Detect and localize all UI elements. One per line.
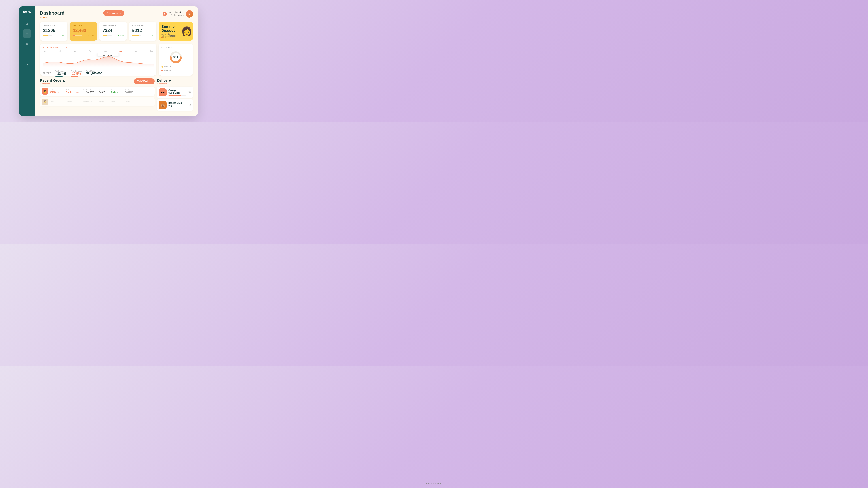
page-title: Dashboard (40, 10, 65, 16)
order-tracking: Tracking GO4AU7 (125, 89, 153, 93)
orders-title: Recent Orders (40, 78, 65, 83)
order-purchase: Purchase On 11 Jun 2019 (83, 89, 98, 93)
stat-bar (73, 35, 82, 36)
email-legend: 75% Sent 50% Read (161, 66, 171, 71)
sidebar-item-mail[interactable]: ✉ (23, 39, 31, 48)
email-card-title: EMAIL SENT (161, 46, 173, 48)
search-icon[interactable] (169, 12, 172, 16)
user-info: Shantelle DeSagana S (174, 10, 193, 18)
order-avatar: 👩 (42, 98, 48, 105)
header: Dashboard Statistics This Week ▾ 3 (40, 10, 193, 19)
header-left: Dashboard Statistics (40, 10, 65, 19)
bottom-row: Recent Orders In progress This Week ▾ 👨 … (40, 78, 193, 112)
app-container: Store. ⌂ ⊞ ✉ (19, 6, 198, 116)
order-invoice: Invoice (50, 101, 64, 103)
order-amount: Amount (99, 101, 109, 102)
header-center: This Week ▾ (103, 10, 124, 16)
delivery-bar-fill (168, 95, 181, 96)
delivery-img: 👜 (159, 101, 166, 109)
report-section: REPORT Total Income +33.4% Total Expense… (43, 68, 154, 77)
avatar[interactable]: S (186, 10, 193, 18)
main-content: Dashboard Statistics This Week ▾ 3 (35, 6, 198, 116)
chart-tooltip-value: $9,682,120 (103, 55, 113, 56)
stat-card-total-sales: TOTAL SALES $120k ▲ 49% (40, 22, 67, 41)
report-expenses: Total Expenses -12.5% (71, 70, 82, 77)
stat-bar-fill (132, 35, 139, 36)
sidebar-item-analytics[interactable] (23, 60, 31, 68)
chart-card: TOTAL REVENUE : YEAR ▾ Apr Feb Mar Apr M… (40, 44, 156, 75)
order-purchase: Purchase On (83, 101, 98, 102)
stat-value: 5212 (132, 28, 153, 33)
chevron-down-icon: ▾ (120, 12, 121, 14)
page-subtitle: Statistics (40, 16, 65, 19)
report-alltime-value: $11,700,000 (86, 72, 102, 75)
stat-change: ▲ 72% (147, 35, 153, 36)
order-status: Status Recived (111, 89, 123, 93)
orders-this-week-button[interactable]: This Week ▾ (134, 78, 155, 84)
sidebar-item-home[interactable]: ⌂ (23, 19, 31, 28)
stat-change: ▲ 49% (58, 35, 64, 36)
sidebar-item-cart[interactable] (23, 50, 31, 58)
report-expenses-value: -12.5% (71, 72, 82, 76)
promo-dot[interactable] (165, 37, 166, 38)
svg-rect-3 (27, 63, 27, 65)
stat-footer: ▲ 49% (43, 35, 64, 36)
report-income-value: +33.4% (55, 72, 66, 76)
chevron-down-icon: ▾ (151, 80, 151, 82)
delivery-subtitle: In progress (157, 83, 171, 85)
stat-card-visitors: VISITORS 12,460 ▲ 21% (70, 22, 97, 41)
delivery-pct: 75% (188, 91, 191, 93)
report-label: REPORT (43, 72, 51, 74)
orders-subtitle: In progress (40, 83, 65, 85)
order-invoice: Invoice #0102019 (50, 89, 64, 93)
report-income-label: Total Income (55, 70, 66, 72)
sidebar-logo: Store. (23, 10, 31, 13)
sidebar-item-dashboard[interactable]: ⊞ (23, 29, 31, 38)
this-week-button[interactable]: This Week ▾ (103, 10, 124, 16)
chart-area-fill (43, 56, 154, 67)
middle-row: TOTAL REVENUE : YEAR ▾ Apr Feb Mar Apr M… (40, 44, 193, 75)
chart-area: Jun 2019 $9,682,120 (43, 53, 154, 67)
sidebar: Store. ⌂ ⊞ ✉ (19, 6, 35, 116)
stat-label: NEW ORDERS (102, 25, 124, 27)
user-name: Shantelle DeSagana (174, 11, 184, 17)
orders-section: Recent Orders In progress This Week ▾ 👨 … (40, 78, 155, 112)
table-row: 👨 Invoice #0102019 Customer Bernice Haye… (40, 87, 155, 96)
stat-change: ▲ 21% (88, 35, 94, 36)
order-customer: Customer Bernice Hayes (66, 89, 82, 93)
order-amount: Amount $4325 (99, 89, 109, 93)
stat-bar-fill (102, 35, 107, 36)
stat-bar (102, 35, 112, 36)
legend-label-read: 50% Read (164, 70, 171, 71)
stat-value: $120k (43, 28, 64, 33)
delivery-bar-fill (168, 107, 176, 108)
delivery-name: Beaded Grab Bag (168, 102, 186, 107)
promo-card: SummerDiscout Get 30% for all with code:… (159, 22, 193, 41)
chart-title: TOTAL REVENUE : (43, 46, 60, 48)
stats-row: TOTAL SALES $120k ▲ 49% VISITORS 12,460 (40, 22, 193, 41)
legend-dot-sent (161, 66, 163, 68)
report-alltime: For all Time $11,700,000 (86, 70, 102, 77)
donut-value: 3.1k (173, 56, 179, 59)
legend-dot-read (161, 70, 163, 71)
delivery-section: Delivery In progress 🕶️ Orange Sunglasse… (157, 78, 193, 112)
svg-point-1 (27, 55, 28, 55)
stat-footer: ▲ 54% (102, 35, 124, 36)
report-income-bar (55, 76, 63, 77)
header-right: 3 Shantelle DeSagana S (163, 10, 193, 18)
promo-figure: 👩 (179, 22, 193, 41)
delivery-progress-bar (168, 107, 186, 108)
stat-value: 7324 (102, 28, 124, 33)
notification-badge[interactable]: 3 (163, 12, 167, 16)
stat-value: 12,460 (73, 28, 94, 33)
stat-bar-fill (73, 35, 75, 36)
promo-dot[interactable] (163, 37, 164, 38)
stat-bar-fill (43, 35, 48, 36)
stat-change: ▲ 54% (118, 35, 124, 36)
chart-tooltip-date: Jun 2019 (104, 53, 112, 55)
promo-dot[interactable] (161, 37, 162, 38)
chart-year-button[interactable]: YEAR ▾ (61, 46, 67, 48)
delivery-name: Orange Sunglasses (168, 89, 186, 94)
donut-container: 3.1k (168, 50, 183, 65)
delivery-info: Beaded Grab Bag (168, 102, 186, 108)
